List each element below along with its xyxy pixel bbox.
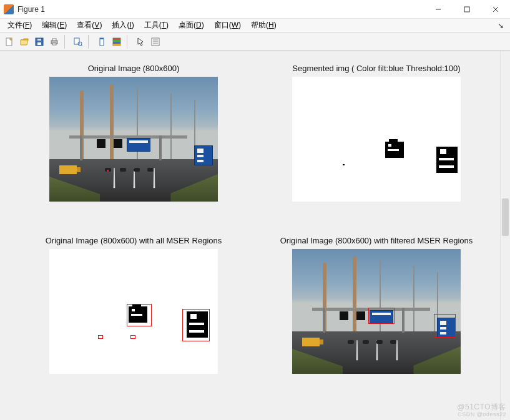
subplot-grid: Original Image (800x600) — [18, 64, 493, 374]
svg-rect-8 — [52, 43, 56, 45]
watermark-line2: CSDN @odess22 — [457, 411, 506, 418]
menu-desktop[interactable]: 桌面(D) — [174, 19, 209, 32]
menu-insert[interactable]: 插入(I) — [107, 19, 139, 32]
svg-rect-12 — [100, 38, 104, 39]
colorbar-icon[interactable] — [110, 35, 124, 49]
toolbar-separator — [64, 35, 68, 49]
svg-rect-14 — [113, 38, 120, 40]
filtered-mser-bbox — [368, 308, 395, 324]
new-file-icon[interactable] — [2, 35, 16, 49]
subplot-3-title: Original Image (800x600) with all MSER R… — [46, 236, 222, 245]
svg-rect-9 — [74, 38, 79, 44]
svg-rect-0 — [464, 7, 469, 12]
subplot-3-axes[interactable] — [49, 249, 218, 374]
roadside-blue-sign — [194, 145, 213, 165]
menu-tools[interactable]: 工具(T) — [139, 19, 174, 32]
title-bar: Figure 1 — [0, 0, 510, 19]
subplot-2-title: Segmented img ( Color filt:blue Threshol… — [292, 64, 460, 73]
subplot-1: Original Image (800x600) — [18, 64, 250, 202]
overhead-blue-sign — [127, 138, 150, 152]
mser-bbox — [127, 304, 152, 326]
menu-bar: 文件(F) 编辑(E) 查看(V) 插入(I) 工具(T) 桌面(D) 窗口(W… — [0, 19, 510, 32]
svg-rect-15 — [113, 40, 120, 42]
menu-edit[interactable]: 编辑(E) — [37, 19, 72, 32]
toolbar-separator — [127, 35, 130, 49]
figure-canvas: Original Image (800x600) — [0, 51, 510, 420]
menu-file[interactable]: 文件(F) — [2, 19, 37, 32]
subplot-2: Segmented img ( Color filt:blue Threshol… — [261, 64, 493, 202]
pointer-icon[interactable] — [134, 35, 147, 49]
menu-window[interactable]: 窗口(W) — [209, 19, 246, 32]
print-icon[interactable] — [47, 35, 61, 49]
yellow-truck — [59, 165, 77, 174]
filtered-mser-bbox — [434, 314, 456, 338]
mser-bbox — [130, 335, 135, 339]
maximize-button[interactable] — [453, 0, 481, 19]
menu-help[interactable]: 帮助(H) — [246, 19, 282, 32]
menu-dock-arrow-icon[interactable]: ↘ — [498, 21, 508, 30]
svg-rect-17 — [113, 44, 120, 46]
subplot-2-axes[interactable] — [292, 77, 461, 202]
svg-rect-16 — [113, 42, 120, 44]
mser-bbox — [98, 335, 103, 339]
window-title: Figure 1 — [17, 5, 45, 14]
svg-rect-4 — [37, 42, 41, 45]
watermark-line1: @51CTO博客 — [457, 403, 506, 411]
highway-photo — [49, 77, 218, 202]
vertical-scrollbar[interactable] — [500, 51, 510, 420]
toolbar-separator — [88, 35, 92, 49]
segmented-region-1 — [385, 142, 404, 158]
svg-rect-7 — [52, 39, 56, 41]
scrollbar-thumb[interactable] — [502, 198, 509, 236]
window-controls — [424, 0, 510, 19]
svg-rect-5 — [37, 39, 41, 41]
subplot-3: Original Image (800x600) with all MSER R… — [18, 236, 250, 374]
data-cursor-icon[interactable] — [71, 35, 85, 49]
matlab-app-icon — [4, 4, 14, 14]
segmented-region-2 — [436, 147, 458, 173]
mser-bbox — [182, 309, 210, 341]
link-axes-icon[interactable] — [95, 35, 109, 49]
subplot-1-title: Original Image (800x600) — [88, 64, 180, 73]
property-editor-icon[interactable] — [149, 35, 162, 49]
noise-speck — [343, 164, 345, 165]
subplot-1-axes[interactable] — [49, 77, 218, 202]
minimize-button[interactable] — [424, 0, 453, 19]
watermark: @51CTO博客 CSDN @odess22 — [457, 402, 506, 418]
close-button[interactable] — [481, 0, 510, 19]
open-folder-icon[interactable] — [17, 35, 31, 49]
menu-view[interactable]: 查看(V) — [72, 19, 107, 32]
subplot-4-axes[interactable] — [292, 249, 461, 374]
figure-toolbar — [0, 32, 510, 51]
save-icon[interactable] — [32, 35, 46, 49]
subplot-4-title: Original Image (800x600) with filtered M… — [280, 236, 473, 245]
subplot-4: Original Image (800x600) with filtered M… — [261, 236, 493, 374]
